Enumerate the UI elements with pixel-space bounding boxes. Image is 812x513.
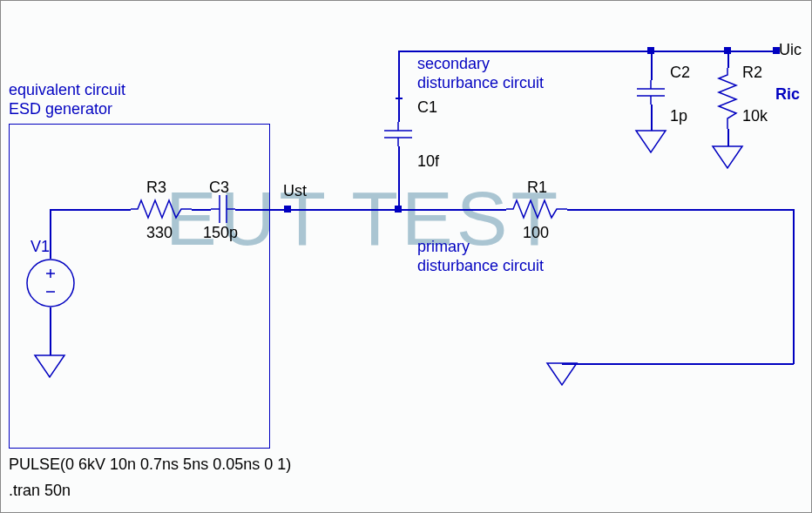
node-ust-icon xyxy=(284,206,291,213)
c3-name: C3 xyxy=(209,179,229,197)
resistor-r2 xyxy=(717,68,738,129)
ric-name: Ric xyxy=(775,85,800,104)
secondary-label-2: disturbance circuit xyxy=(417,74,544,92)
c1-value: 10f xyxy=(417,152,439,171)
secondary-label-1: secondary xyxy=(417,55,490,73)
svg-marker-25 xyxy=(713,146,742,168)
primary-label-2: disturbance circuit xyxy=(417,257,544,275)
ground-icon xyxy=(636,131,666,155)
title-line1: equivalent circuit xyxy=(9,81,125,99)
svg-rect-16 xyxy=(647,47,654,54)
c3-value: 150p xyxy=(203,224,238,242)
r1-value: 100 xyxy=(523,224,549,242)
svg-marker-27 xyxy=(547,363,577,385)
r3-name: R3 xyxy=(146,179,166,197)
c1-name: C1 xyxy=(417,98,437,117)
v1-name: V1 xyxy=(30,238,50,256)
node-uic-icon xyxy=(773,47,780,54)
spice-pulse: PULSE(0 6kV 10n 0.7ns 5ns 0.05ns 0 1) xyxy=(9,456,291,474)
spice-tran: .tran 50n xyxy=(9,482,71,500)
ground-icon xyxy=(547,363,577,388)
c2-name: C2 xyxy=(670,64,690,82)
c2-value: 1p xyxy=(670,107,687,125)
ground-icon xyxy=(713,146,742,171)
junction-icon xyxy=(647,47,654,54)
svg-rect-9 xyxy=(284,206,291,213)
title-line2: ESD generator xyxy=(9,100,112,118)
junction-icon xyxy=(724,47,731,54)
svg-rect-26 xyxy=(773,47,780,54)
capacitor-c1 xyxy=(382,122,414,146)
primary-label-1: primary xyxy=(417,238,470,256)
r3-value: 330 xyxy=(146,224,173,242)
resistor-r3 xyxy=(131,199,192,219)
capacitor-c3 xyxy=(211,193,235,225)
resistor-r1 xyxy=(506,199,567,219)
r2-value: 10k xyxy=(742,107,768,125)
svg-point-0 xyxy=(27,260,74,307)
r1-name: R1 xyxy=(527,179,547,197)
svg-marker-22 xyxy=(636,131,666,152)
voltage-source-v1 xyxy=(26,259,75,307)
r2-name: R2 xyxy=(742,64,762,82)
svg-marker-4 xyxy=(35,355,64,377)
svg-rect-23 xyxy=(724,47,731,54)
net-ust: Ust xyxy=(283,182,307,200)
ground-icon xyxy=(35,355,64,380)
capacitor-c2 xyxy=(635,80,667,105)
net-uic: Uic xyxy=(779,41,802,59)
